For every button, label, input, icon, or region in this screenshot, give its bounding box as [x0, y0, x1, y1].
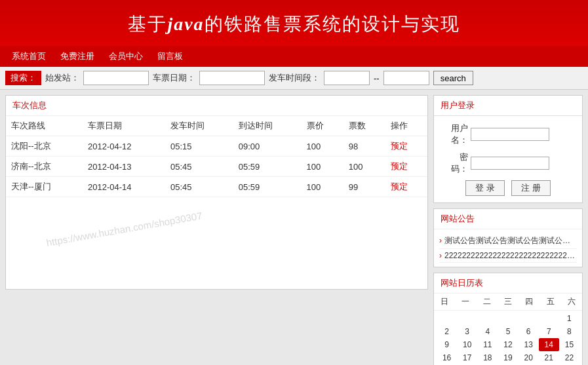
search-bar: 搜索： 始发站： 车票日期： 发车时间段： -- search [0, 67, 588, 90]
notice-item[interactable]: 测试公告测试公告测试公告测试公告测试公告测试公告测试公告测试公告测… [439, 233, 577, 249]
calendar-weekdays: 日一二三四五六 [434, 294, 582, 311]
username-label: 用户名： [442, 123, 468, 146]
cell-date: 2012-04-12 [83, 136, 165, 157]
header-title-pre: 基于 [128, 14, 167, 34]
search-button[interactable]: search [433, 71, 473, 85]
train-panel-title: 车次信息 [6, 96, 427, 116]
col-tickets: 票数 [343, 116, 385, 136]
table-row: 天津--厦门2012-04-1405:4505:5910099预定 [6, 177, 427, 197]
date-input[interactable] [199, 71, 265, 85]
notice-title: 网站公告 [434, 209, 582, 229]
calendar-weekday: 一 [455, 296, 476, 307]
time-to-input[interactable] [383, 71, 429, 85]
password-row: 密 码： [442, 151, 574, 175]
calendar-weekday: 六 [561, 296, 582, 307]
train-table: 车次路线 车票日期 发车时间 到达时间 票价 票数 操作 沈阳--北京2012-… [6, 116, 427, 197]
cal-cell[interactable]: 22 [559, 351, 579, 364]
cell-tickets: 98 [343, 136, 385, 157]
search-bar-label: 搜索： [5, 71, 41, 85]
cal-cell[interactable]: 2 [437, 325, 457, 338]
notice-box: 网站公告 测试公告测试公告测试公告测试公告测试公告测试公告测试公告测试公告测…2… [433, 208, 583, 267]
booking-link[interactable]: 预定 [391, 141, 408, 151]
booking-link[interactable]: 预定 [391, 182, 408, 191]
login-box: 用户登录 用户名： 密 码： 登 录 注 册 [433, 95, 583, 203]
cell-depart: 05:45 [165, 177, 233, 197]
calendar-weekday: 五 [539, 296, 560, 307]
watermark: https://www.huzhan.com/shop30307 [45, 210, 203, 248]
time-from-input[interactable] [324, 71, 370, 85]
cal-cell[interactable]: 6 [519, 325, 539, 338]
cell-depart: 05:15 [165, 136, 233, 157]
cell-action[interactable]: 预定 [385, 177, 427, 197]
cal-cell[interactable]: 11 [477, 338, 498, 351]
cal-cell[interactable]: 15 [559, 338, 579, 351]
login-button[interactable]: 登 录 [465, 180, 505, 196]
booking-link[interactable]: 预定 [391, 161, 408, 171]
login-title: 用户登录 [434, 96, 582, 116]
date-label: 车票日期： [153, 72, 195, 84]
cal-cell[interactable]: 18 [477, 351, 498, 364]
col-price: 票价 [302, 116, 343, 136]
cal-cell[interactable]: 3 [457, 325, 477, 338]
calendar-weekday: 二 [477, 296, 498, 307]
cal-cell[interactable]: 17 [457, 351, 477, 364]
calendar-box: 网站日历表 日一二三四五六 12345678910111213141516171… [433, 273, 583, 365]
register-button[interactable]: 注 册 [511, 180, 551, 196]
calendar-weekday: 四 [519, 296, 539, 307]
cal-cell[interactable]: 4 [477, 325, 498, 338]
right-panel: 用户登录 用户名： 密 码： 登 录 注 册 网站公告 测试公告测试公告测试公告… [433, 95, 583, 365]
username-input[interactable] [471, 128, 549, 141]
cal-cell[interactable]: 5 [498, 325, 518, 338]
page-header: 基于java的铁路售票系统的设计与实现 [0, 0, 588, 46]
password-input[interactable] [471, 157, 549, 170]
nav-home[interactable]: 系统首页 [5, 48, 52, 64]
table-row: 济南--北京2012-04-1305:4505:59100100预定 [6, 157, 427, 177]
cal-cell [437, 312, 457, 325]
departure-input[interactable] [83, 71, 149, 85]
cell-date: 2012-04-14 [83, 177, 165, 197]
cell-route: 沈阳--北京 [6, 136, 83, 157]
cal-cell [498, 312, 518, 325]
username-row: 用户名： [442, 123, 574, 146]
cal-cell[interactable]: 14 [539, 338, 559, 351]
main-layout: 车次信息 车次路线 车票日期 发车时间 到达时间 票价 票数 操作 沈阳--北京… [0, 90, 588, 365]
cal-cell[interactable]: 19 [498, 351, 518, 364]
cell-price: 100 [302, 157, 343, 177]
cell-date: 2012-04-13 [83, 157, 165, 177]
table-row: 沈阳--北京2012-04-1205:1509:0010098预定 [6, 136, 427, 157]
cal-cell [477, 312, 498, 325]
cal-cell [519, 312, 539, 325]
cal-cell [457, 312, 477, 325]
cal-cell[interactable]: 8 [559, 325, 579, 338]
login-buttons: 登 录 注 册 [442, 180, 574, 196]
calendar-title: 网站日历表 [434, 273, 582, 294]
departure-label: 始发站： [45, 72, 79, 84]
nav-member[interactable]: 会员中心 [102, 48, 149, 64]
cell-arrive: 05:59 [233, 157, 302, 177]
cal-cell[interactable]: 20 [519, 351, 539, 364]
cal-cell[interactable]: 9 [437, 338, 457, 351]
cell-action[interactable]: 预定 [385, 157, 427, 177]
time-label: 发车时间段： [269, 72, 320, 84]
cell-price: 100 [302, 136, 343, 157]
login-form: 用户名： 密 码： 登 录 注 册 [434, 116, 582, 202]
navbar: 系统首页 免费注册 会员中心 留言板 [0, 46, 588, 67]
cal-cell[interactable]: 12 [498, 338, 518, 351]
col-date: 车票日期 [83, 116, 165, 136]
cal-cell[interactable]: 13 [519, 338, 539, 351]
cal-cell[interactable]: 10 [457, 338, 477, 351]
cell-tickets: 100 [343, 157, 385, 177]
notice-list: 测试公告测试公告测试公告测试公告测试公告测试公告测试公告测试公告测…222222… [434, 229, 582, 267]
col-route: 车次路线 [6, 116, 83, 136]
time-separator: -- [374, 73, 380, 83]
col-arrive: 到达时间 [233, 116, 302, 136]
cal-cell[interactable]: 16 [437, 351, 457, 364]
notice-item[interactable]: 2222222222222222222222222222222… [439, 249, 577, 263]
cal-cell[interactable]: 1 [559, 312, 579, 325]
cal-cell[interactable]: 21 [539, 351, 559, 364]
cell-action[interactable]: 预定 [385, 136, 427, 157]
calendar-grid: 1234567891011121314151617181920212223242… [434, 311, 582, 365]
cal-cell[interactable]: 7 [539, 325, 559, 338]
nav-register[interactable]: 免费注册 [54, 48, 101, 64]
nav-message[interactable]: 留言板 [151, 48, 189, 64]
